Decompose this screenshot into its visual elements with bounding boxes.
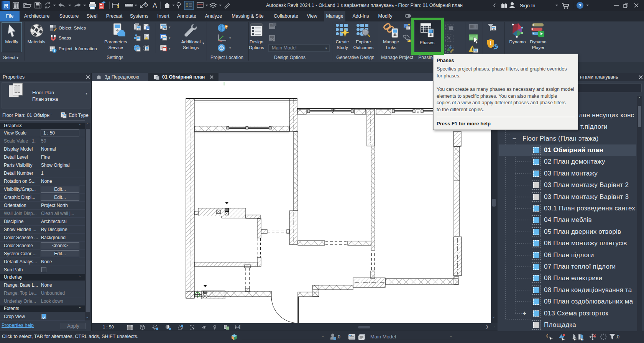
svg-text:R: R bbox=[4, 2, 8, 9]
svg-text:Sign In: Sign In bbox=[520, 3, 535, 8]
svg-text:?: ? bbox=[578, 3, 582, 8]
svg-text:!: ! bbox=[490, 40, 492, 46]
svg-text:1: 1 bbox=[145, 3, 147, 7]
svg-text:A: A bbox=[153, 2, 157, 9]
svg-text:!: ! bbox=[472, 47, 473, 52]
